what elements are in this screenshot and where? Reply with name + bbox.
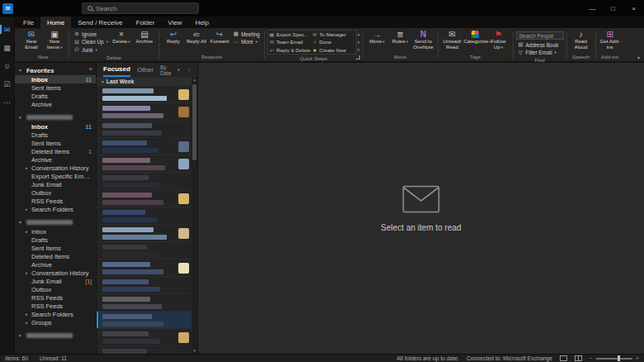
tab-home[interactable]: Home [40,17,71,28]
folder-junk-email[interactable]: Junk Email [15,180,96,188]
junk-button[interactable]: ∅ Junk ▾ [72,46,110,54]
message-row[interactable] [97,86,192,103]
quick-step-reply-delete[interactable]: ↩Reply & Delete [269,46,312,54]
folder-sent-items[interactable]: Sent Items [15,139,96,147]
folder-outbox[interactable]: Outbox [15,188,96,197]
folder-junk-email[interactable]: Junk Email[1] [15,277,96,285]
folder-archive[interactable]: Archive [15,100,96,108]
more-respond-button[interactable]: ⋯ More ▾ [231,39,262,46]
collapse-folder-pane-icon[interactable]: « [89,65,92,74]
quick-steps-dialog-launcher[interactable] [356,55,360,60]
collapse-ribbon-icon[interactable]: ▴ [637,54,640,60]
message-row[interactable] [97,277,192,294]
zoom-in-icon[interactable]: + [636,355,639,361]
read-aloud-button[interactable]: ♪ Read Aloud [570,29,593,50]
reading-view-icon[interactable] [575,355,582,361]
gallery-up-icon[interactable]: ▴ [358,31,360,36]
close-button[interactable]: × [623,0,644,17]
scrollbar-thumb[interactable] [192,84,197,160]
nav-tasks-icon[interactable]: ☑ [0,78,15,90]
quick-step-done[interactable]: ✓Done [312,38,355,45]
folder-groups[interactable]: ▸Groups [15,318,96,326]
message-row[interactable] [97,346,192,354]
folder-conversation-history[interactable]: ▸Conversation History [15,164,96,172]
reply-button[interactable]: ↩ Reply [162,29,185,45]
scroll-up-icon[interactable]: ▲ [192,78,197,82]
forward-button[interactable]: ↪ Forward [208,29,231,45]
tab-send-receive[interactable]: Send / Receive [71,17,129,28]
zoom-slider[interactable] [596,358,632,360]
folder-export-specific-emails[interactable]: Export Specific Emails [15,172,96,180]
tab-file[interactable]: File [17,17,40,28]
folder-rss-feeds[interactable]: RSS Feeds [15,293,96,302]
sort-order-icon[interactable]: ↑ [188,67,192,73]
folder-inbox[interactable]: ▸Inbox [15,227,96,236]
maximize-button[interactable]: □ [603,0,623,17]
folder-outbox[interactable]: Outbox [15,285,96,293]
message-row[interactable] [97,225,192,242]
folder-rss-feeds[interactable]: RSS Feeds [15,197,96,205]
quick-step-export-spec[interactable]: ▤Export Spec... [269,31,312,38]
message-row[interactable] [97,242,192,260]
folder-archive[interactable]: Archive [15,155,96,164]
folder-conversation-history[interactable]: ▸Conversation History [15,269,96,277]
list-group-header[interactable]: ▾ Last Week [97,77,197,86]
meeting-button[interactable]: ▦ Meeting [231,31,262,38]
move-button[interactable]: → Move▾ [366,29,389,45]
message-row[interactable] [97,294,192,312]
folder-archive[interactable]: Archive [15,260,96,269]
clean-up-button[interactable]: ⊟ Clean Up ▾ [72,39,110,46]
account-header[interactable]: ▾ [15,217,96,227]
folder-inbox[interactable]: Inbox11 [15,75,96,83]
new-email-button[interactable]: ✉ New Email [20,29,43,50]
delete-button[interactable]: × Delete▾ [110,29,133,45]
folder-rss-feeds[interactable]: RSS Feeds [15,302,96,310]
archive-button[interactable]: ▤ Archive [133,29,156,45]
scroll-down-icon[interactable]: ▼ [192,349,197,353]
favorites-header[interactable]: ▾Favorites [15,65,96,75]
tab-view[interactable]: View [161,17,188,28]
reply-all-button[interactable]: ⇚ Reply All [185,29,208,45]
nav-more-icon[interactable]: ⋯ [0,96,15,108]
gallery-down-icon[interactable]: ▾ [358,40,360,45]
filter-email-button[interactable]: ▽ Filter Email ▾ [516,50,564,57]
quick-step-to-manager[interactable]: ✉To Manager [312,31,355,38]
rules-button[interactable]: ≣ Rules▾ [389,29,412,45]
search-people-input[interactable]: Search People [516,31,564,40]
sort-by-dropdown[interactable]: By Date ▾ [160,64,180,76]
message-row[interactable] [97,207,192,225]
folder-sent-items[interactable]: Sent Items [15,244,96,252]
tab-folder[interactable]: Folder [130,17,162,28]
folder-search-folders[interactable]: ▸Search Folders [15,310,96,318]
send-to-onenote-button[interactable]: N Send to OneNote [412,29,435,50]
folder-drafts[interactable]: Drafts [15,131,96,139]
folder-drafts[interactable]: Drafts [15,92,96,100]
message-row[interactable] [97,103,192,121]
tab-other[interactable]: Other [137,66,154,74]
account-header[interactable]: ▾ [15,331,96,341]
message-list-scrollbar[interactable]: ▲ ▼ [192,77,197,354]
nav-calendar-icon[interactable]: ▦ [0,41,15,54]
normal-view-icon[interactable] [560,355,567,361]
folder-drafts[interactable]: Drafts [15,236,96,244]
account-header[interactable]: ▾ [15,112,96,122]
message-row[interactable] [97,155,192,173]
gallery-more-icon[interactable]: ≡ [358,47,360,52]
nav-mail-icon[interactable]: ✉ [0,23,15,36]
minimize-button[interactable]: — [582,0,603,17]
message-row[interactable] [97,121,192,138]
folder-search-folders[interactable]: ▸Search Folders [15,205,96,213]
message-row[interactable] [97,312,192,329]
new-items-button[interactable]: ▣ New Items▾ [43,29,66,51]
quick-step-create-new[interactable]: ★Create New [312,46,355,54]
folder-inbox[interactable]: Inbox11 [15,122,96,131]
tab-help[interactable]: Help [188,17,215,28]
folder-deleted-items[interactable]: Deleted Items1 [15,147,96,155]
search-input[interactable]: Search [82,2,199,14]
tab-focused[interactable]: Focused [103,63,130,77]
nav-people-icon[interactable]: ☺ [0,60,15,72]
message-row[interactable] [97,329,192,346]
ignore-button[interactable]: ⊘ Ignore [72,31,110,38]
quick-step-team-email[interactable]: ✉Team Email [269,38,312,45]
quick-steps-scroll[interactable]: ▴ ▾ ≡ [357,30,360,54]
